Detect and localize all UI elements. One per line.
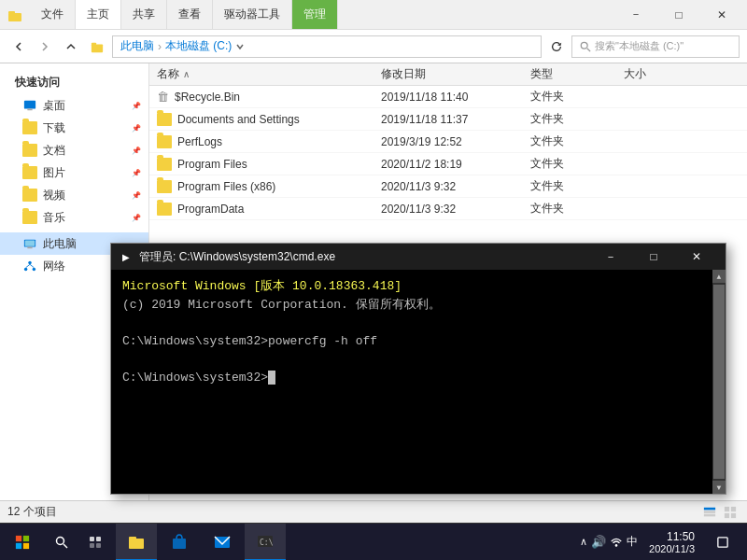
view-icons [700,503,740,522]
file-date-recycle: 2019/11/18 11:40 [374,89,523,105]
address-bar: 此电脑 › 本地磁盘 (C:) 搜索"本地磁盘 (C:)" [0,30,747,63]
tab-manage[interactable]: 管理 [292,0,338,29]
svg-rect-35 [173,539,186,549]
file-type-docsettings: 文件夹 [523,109,616,129]
cmd-controls: － □ ✕ [589,244,718,270]
tab-share[interactable]: 共享 [121,0,167,29]
maximize-button[interactable]: □ [657,0,700,30]
cmd-minimize-button[interactable]: － [589,244,632,270]
pin-icon-3: 📌 [132,147,141,155]
svg-rect-16 [704,507,715,510]
refresh-button[interactable] [545,35,568,58]
network-label: 网络 [43,259,65,274]
sidebar-item-documents[interactable]: 文档 📌 [0,139,148,161]
cmd-scroll-down-button[interactable]: ▼ [712,481,726,494]
status-bar: 12 个项目 [0,500,747,523]
close-button[interactable]: ✕ [700,0,743,30]
sidebar-item-desktop[interactable]: 桌面 📌 [0,94,148,117]
tray-ime-button[interactable]: 中 [627,534,638,550]
tab-drive-tools[interactable]: 驱动器工具 [213,0,292,29]
tray-network-icon[interactable] [610,535,623,550]
file-row-programdata[interactable]: ProgramData 2020/11/3 9:32 文件夹 [149,198,747,220]
tab-view[interactable]: 查看 [167,0,213,29]
search-button[interactable] [45,524,78,561]
taskbar-app-explorer[interactable] [116,524,157,561]
task-view-button[interactable] [78,524,112,561]
taskbar-app-mail[interactable] [202,524,243,561]
address-part-drive[interactable]: 本地磁盘 (C:) [165,38,232,54]
file-row-recycle[interactable]: 🗑 $Recycle.Bin 2019/11/18 11:40 文件夹 [149,86,747,108]
cmd-maximize-button[interactable]: □ [632,244,675,270]
cmd-content[interactable]: Microsoft Windows [版本 10.0.18363.418] (c… [111,270,726,494]
cmd-scrollbar[interactable]: ▲ ▼ [712,270,726,494]
tray-show-hidden-button[interactable]: ∧ [580,536,587,548]
music-label: 音乐 [43,210,65,226]
address-part-computer[interactable]: 此电脑 [120,38,154,54]
cmd-window: ▶ 管理员: C:\Windows\system32\cmd.exe － □ ✕… [110,243,726,495]
file-row-docsettings[interactable]: Documents and Settings 2019/11/18 11:37 … [149,108,747,131]
svg-rect-29 [90,537,94,541]
sidebar-item-music[interactable]: 音乐 📌 [0,206,148,229]
cmd-scroll-thumb[interactable] [713,285,725,479]
tray-clock[interactable]: 11:50 2020/11/3 [641,530,702,554]
taskbar-app-store[interactable] [159,524,200,561]
cmd-close-button[interactable]: ✕ [675,244,718,270]
videos-label: 视频 [43,188,65,203]
cmd-highlight-1: Microsoft Windows [版本 10.0.18363.418] [122,279,402,293]
cmd-scroll-up-button[interactable]: ▲ [712,270,726,283]
sidebar-item-pictures[interactable]: 图片 📌 [0,161,148,184]
search-box[interactable]: 搜索"本地磁盘 (C:)" [571,35,740,58]
file-row-programfiles[interactable]: Program Files 2020/11/2 18:19 文件夹 [149,153,747,175]
tab-file[interactable]: 文件 [30,0,76,29]
details-view-button[interactable] [700,503,719,522]
svg-rect-26 [23,542,29,548]
up-button[interactable] [60,35,82,58]
pin-icon-5: 📌 [132,191,141,200]
pin-icon: 📌 [132,102,141,110]
file-date-docsettings: 2019/11/18 11:37 [374,111,523,128]
tray-date: 2020/11/3 [649,543,695,554]
svg-rect-0 [8,13,21,21]
svg-rect-23 [16,535,21,540]
sidebar-item-videos[interactable]: 视频 📌 [0,184,148,206]
folder-icon-programfiles [157,158,172,171]
col-name[interactable]: 名称 ∧ [149,64,374,84]
address-path[interactable]: 此电脑 › 本地磁盘 (C:) [112,35,542,58]
file-row-programfilesx86[interactable]: Program Files (x86) 2020/11/3 9:32 文件夹 [149,175,747,198]
svg-rect-30 [96,537,101,541]
col-type[interactable]: 类型 [523,64,616,84]
file-name-programdata: ProgramData [149,201,374,217]
svg-point-4 [581,42,587,49]
col-date[interactable]: 修改日期 [374,64,523,84]
cmd-line-6: C:\Windows\system32> [122,369,714,387]
col-size[interactable]: 大小 [616,64,691,84]
notification-button[interactable] [706,524,740,561]
forward-button[interactable] [34,35,56,58]
svg-rect-1 [8,11,15,14]
thispc-label: 此电脑 [43,236,77,252]
start-button[interactable] [0,524,45,561]
tab-home[interactable]: 主页 [76,0,121,29]
folder-icon-docsettings [157,113,172,126]
svg-rect-24 [23,535,29,540]
svg-line-5 [587,48,590,50]
svg-rect-3 [92,42,96,45]
title-bar: 文件 主页 共享 查看 驱动器工具 管理 － □ ✕ [0,0,747,30]
desktop-label: 桌面 [43,98,65,114]
file-size-programfilesx86 [616,185,691,189]
cmd-cursor [268,371,275,385]
svg-rect-9 [27,247,32,249]
large-icons-view-button[interactable] [721,503,740,522]
file-date-programdata: 2020/11/3 9:32 [374,201,523,217]
svg-point-39 [615,544,618,547]
folder-icon-programdata [157,203,172,216]
svg-rect-6 [24,101,35,109]
downloads-icon [22,120,37,135]
sidebar-item-downloads[interactable]: 下载 📌 [0,117,148,139]
tray-speaker-icon[interactable]: 🔊 [591,535,606,549]
back-button[interactable] [7,35,30,58]
documents-icon [22,143,37,158]
taskbar-app-cmd[interactable]: C:\ [245,524,286,561]
minimize-button[interactable]: － [614,0,657,30]
file-row-perflogs[interactable]: PerfLogs 2019/3/19 12:52 文件夹 [149,131,747,153]
